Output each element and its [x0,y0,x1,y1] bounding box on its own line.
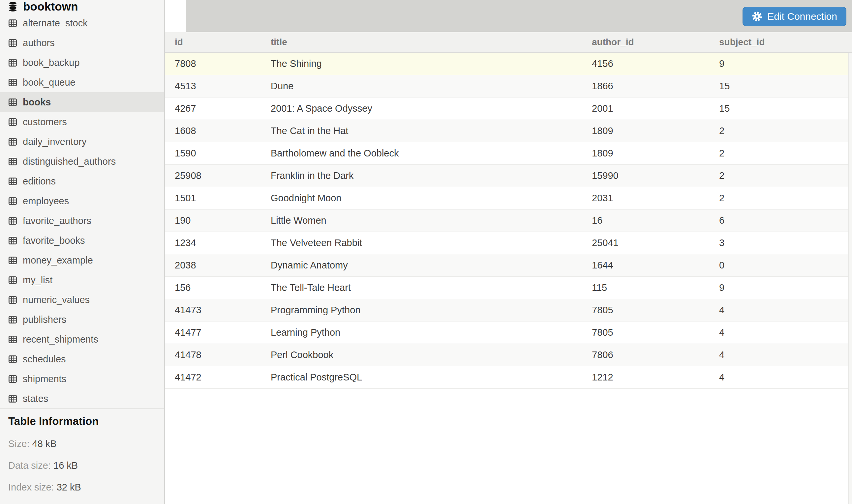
sidebar-item[interactable]: customers [0,112,164,132]
tab[interactable] [186,0,207,32]
rows-container: 7808 The Shining 4156 9 4513 Dune 1866 1… [165,53,852,389]
sidebar-item[interactable]: my_list [0,270,164,290]
cell-title: Goodnight Moon [261,193,582,203]
tab[interactable] [207,0,228,32]
cell-id: 1501 [165,193,261,203]
sidebar-item[interactable]: money_example [0,250,164,270]
database-header[interactable]: booktown [0,0,164,13]
cell-id: 1590 [165,148,261,159]
table-icon [8,118,17,126]
sidebar-item[interactable]: favorite_books [0,231,164,250]
sidebar-item-label: numeric_values [23,294,90,305]
cell-subject-id: 4 [709,372,852,383]
sidebar-item[interactable]: editions [0,171,164,191]
tab[interactable] [271,0,292,32]
table-icon [8,137,17,146]
cell-subject-id: 9 [709,282,852,293]
sidebar-item[interactable]: publishers [0,310,164,329]
cell-author-id: 1809 [582,148,709,159]
sidebar-item-label: shipments [23,374,66,384]
tab[interactable] [228,0,249,32]
tab[interactable] [292,0,313,32]
sidebar-item[interactable]: employees [0,191,164,211]
table-row[interactable]: 1590 Bartholomew and the Oobleck 1809 2 [165,142,852,165]
cell-title: The Shining [261,58,582,69]
cell-title: Bartholomew and the Oobleck [261,148,582,159]
table-row[interactable]: 1501 Goodnight Moon 2031 2 [165,187,852,210]
table-icon [8,19,17,28]
table-icon [8,276,17,285]
tab[interactable] [249,0,271,32]
sidebar-item-label: authors [23,38,55,49]
column-header-id[interactable]: id [165,37,261,48]
table-row[interactable]: 156 The Tell-Tale Heart 115 9 [165,277,852,299]
cell-subject-id: 2 [709,170,852,181]
table-row[interactable]: 25908 Franklin in the Dark 15990 2 [165,165,852,187]
cell-author-id: 4156 [582,58,709,69]
table-icon [8,335,17,344]
cell-id: 41478 [165,349,261,360]
vertical-scrollbar[interactable] [848,53,852,504]
cell-author-id: 115 [582,282,709,293]
cell-author-id: 1809 [582,126,709,137]
cell-title: 2001: A Space Odyssey [261,103,582,114]
cell-title: Perl Cookbook [261,349,582,360]
info-row: Data size: 16 kB [8,460,156,471]
sidebar-item[interactable]: numeric_values [0,290,164,310]
sidebar-item[interactable]: favorite_authors [0,211,164,231]
sidebar-item[interactable]: states [0,389,164,409]
cell-id: 4513 [165,81,261,92]
cell-author-id: 7805 [582,327,709,338]
table-row[interactable]: 1234 The Velveteen Rabbit 25041 3 [165,232,852,254]
sidebar-item[interactable]: distinguished_authors [0,151,164,171]
table-icon [8,38,17,48]
table-row[interactable]: 41473 Programming Python 7805 4 [165,299,852,322]
cell-id: 2038 [165,260,261,271]
sidebar-item-label: daily_inventory [23,137,86,147]
sidebar-item-label: favorite_books [23,235,85,246]
table-row[interactable]: 4267 2001: A Space Odyssey 2001 15 [165,97,852,120]
sidebar-item[interactable]: shipments [0,369,164,389]
cell-title: Dune [261,81,582,92]
column-header-title[interactable]: title [261,37,582,48]
table-icon [8,197,17,205]
sidebar-item[interactable]: daily_inventory [0,132,164,151]
cell-author-id: 7806 [582,349,709,360]
tab[interactable] [165,0,186,32]
sidebar-item[interactable]: alternate_stock [0,13,164,33]
sidebar-item-label: schedules [23,354,66,365]
cell-id: 25908 [165,170,261,181]
sidebar-item[interactable]: books [0,92,164,112]
cell-author-id: 16 [582,215,709,226]
cell-author-id: 2031 [582,193,709,203]
cell-author-id: 7805 [582,305,709,316]
table-row[interactable]: 1608 The Cat in the Hat 1809 2 [165,120,852,142]
sidebar-item-label: states [23,393,48,404]
sidebar-item-label: money_example [23,255,93,266]
table-row[interactable]: 41477 Learning Python 7805 4 [165,322,852,344]
cell-title: Practical PostgreSQL [261,372,582,383]
info-row: Size: 48 kB [8,438,156,449]
table-icon [8,177,17,186]
table-row[interactable]: 190 Little Women 16 6 [165,210,852,232]
sidebar-item[interactable]: recent_shipments [0,329,164,349]
table-row[interactable]: 4513 Dune 1866 15 [165,75,852,97]
info-label: Data size: [8,460,53,471]
column-header-author-id[interactable]: author_id [582,37,709,48]
table-icon [8,355,17,364]
table-row[interactable]: 41472 Practical PostgreSQL 1212 4 [165,366,852,389]
edit-connection-button[interactable]: Edit Connection [743,7,847,26]
cell-subject-id: 2 [709,193,852,203]
sidebar-item[interactable]: book_backup [0,53,164,72]
cell-subject-id: 2 [709,148,852,159]
sidebar-item[interactable]: authors [0,33,164,53]
sidebar-item[interactable]: book_queue [0,72,164,92]
table-row[interactable]: 7808 The Shining 4156 9 [165,53,852,75]
info-label: Size: [8,438,32,449]
table-row[interactable]: 2038 Dynamic Anatomy 1644 0 [165,254,852,277]
column-header-subject-id[interactable]: subject_id [709,37,852,48]
cell-author-id: 1866 [582,81,709,92]
table-row[interactable]: 41478 Perl Cookbook 7806 4 [165,344,852,366]
sidebar-item[interactable]: schedules [0,349,164,369]
cell-title: The Velveteen Rabbit [261,237,582,248]
